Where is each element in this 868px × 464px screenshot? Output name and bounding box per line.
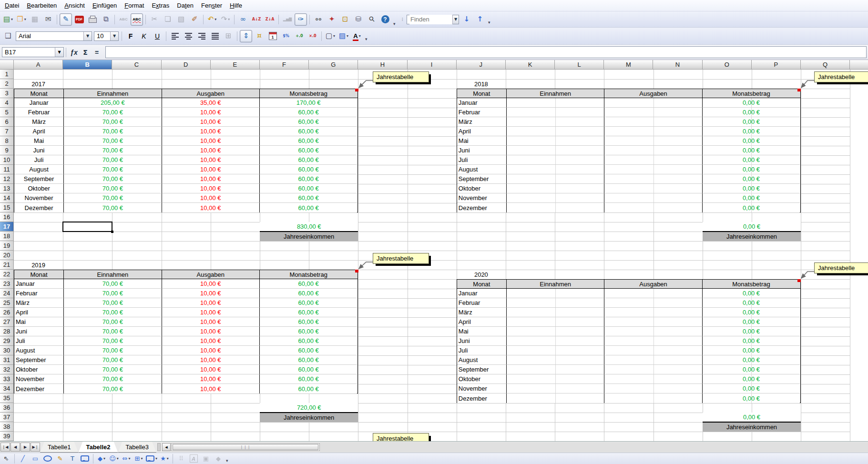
cell[interactable]: 10,00 € bbox=[162, 193, 259, 203]
cell[interactable]: 60,00 € bbox=[259, 193, 357, 203]
toolbar-options-icon[interactable]: ▾ bbox=[365, 37, 368, 42]
year-sum-2017[interactable]: 830,00 € bbox=[260, 222, 358, 232]
cell[interactable]: 0,00 € bbox=[702, 117, 800, 127]
cell[interactable] bbox=[506, 146, 604, 155]
cell[interactable]: 0,00 € bbox=[702, 98, 800, 108]
fill-handle[interactable] bbox=[111, 231, 113, 233]
delete-decimal-place-icon[interactable]: ×.0 bbox=[306, 30, 319, 42]
cell[interactable]: April bbox=[14, 308, 63, 317]
cell[interactable]: 70,00 € bbox=[63, 336, 161, 346]
row-header-38[interactable]: 38 bbox=[0, 422, 14, 432]
cell[interactable]: August bbox=[14, 165, 63, 174]
cell[interactable]: Januar bbox=[14, 279, 63, 289]
cell[interactable]: 60,00 € bbox=[259, 155, 357, 165]
cell[interactable]: 70,00 € bbox=[63, 327, 161, 336]
cell[interactable]: September bbox=[457, 174, 506, 184]
cell[interactable]: 0,00 € bbox=[702, 336, 800, 346]
row-header-3[interactable]: 3 bbox=[0, 89, 14, 98]
year-title-2020[interactable]: 2020 bbox=[457, 270, 506, 279]
font-color-icon[interactable]: A▾ bbox=[351, 30, 363, 42]
row-header-15[interactable]: 15 bbox=[0, 203, 14, 212]
row-header-10[interactable]: 10 bbox=[0, 155, 14, 165]
row-header-20[interactable]: 20 bbox=[0, 251, 14, 260]
column-header-cell[interactable]: Einnahmen bbox=[63, 270, 161, 279]
sum-icon[interactable]: Σ bbox=[80, 49, 91, 56]
column-header-cell[interactable]: Ausgaben bbox=[604, 89, 702, 98]
first-sheet-button[interactable]: ❘◀ bbox=[0, 443, 10, 452]
comment-callout[interactable]: Jahrestabelle bbox=[373, 433, 429, 441]
row-header-32[interactable]: 32 bbox=[0, 365, 14, 374]
sheet-tab-tabelle3[interactable]: Tabelle3 bbox=[118, 442, 156, 453]
cell[interactable]: 70,00 € bbox=[63, 308, 161, 317]
cell[interactable]: 10,00 € bbox=[162, 117, 259, 127]
cell[interactable]: Juni bbox=[457, 146, 506, 155]
row-header-27[interactable]: 27 bbox=[0, 317, 14, 327]
column-header-J[interactable]: J bbox=[457, 60, 506, 70]
cell[interactable]: 0,00 € bbox=[702, 308, 800, 317]
edit-mode-icon[interactable]: ✎ bbox=[60, 13, 72, 26]
cell[interactable]: 10,00 € bbox=[162, 279, 259, 289]
column-header-cell[interactable]: Ausgaben bbox=[604, 280, 702, 288]
cell[interactable]: 60,00 € bbox=[259, 365, 357, 374]
cell[interactable]: 10,00 € bbox=[162, 346, 259, 355]
row-header-33[interactable]: 33 bbox=[0, 374, 14, 384]
cell[interactable]: 35,00 € bbox=[162, 98, 259, 108]
gallery-icon[interactable]: ⊡ bbox=[339, 13, 351, 26]
chevron-down-icon[interactable]: ▾ bbox=[359, 34, 361, 38]
column-header-cell[interactable]: Einnahmen bbox=[506, 89, 604, 98]
row-header-28[interactable]: 28 bbox=[0, 327, 14, 336]
column-header-N[interactable]: N bbox=[653, 60, 702, 70]
data-sources-icon[interactable]: ⛁ bbox=[352, 13, 365, 26]
cell[interactable]: 10,00 € bbox=[162, 308, 259, 317]
cell[interactable]: August bbox=[14, 346, 63, 355]
cell[interactable] bbox=[604, 346, 702, 355]
menu-datei[interactable]: Datei bbox=[1, 1, 23, 10]
menu-daten[interactable]: Daten bbox=[173, 1, 197, 10]
cell[interactable] bbox=[506, 346, 604, 355]
column-header-C[interactable]: C bbox=[112, 60, 161, 70]
find-up-icon[interactable]: ↑ bbox=[474, 13, 486, 26]
comment-callout[interactable]: Jahrestabelle bbox=[814, 71, 868, 82]
previous-sheet-button[interactable]: ◀ bbox=[10, 443, 20, 452]
chevron-down-icon[interactable]: ▾ bbox=[155, 456, 157, 461]
column-header-D[interactable]: D bbox=[162, 60, 211, 70]
cell[interactable]: 10,00 € bbox=[162, 174, 259, 184]
cell[interactable]: 10,00 € bbox=[162, 374, 259, 384]
number-format-currency-icon[interactable]: ¤ bbox=[253, 30, 266, 42]
cell[interactable]: 70,00 € bbox=[63, 136, 161, 146]
cell[interactable] bbox=[506, 108, 604, 117]
cell[interactable]: November bbox=[14, 374, 63, 384]
cell[interactable]: Dezember bbox=[14, 203, 63, 212]
cell[interactable] bbox=[604, 193, 702, 203]
cell[interactable] bbox=[506, 336, 604, 346]
cell[interactable] bbox=[506, 136, 604, 146]
cell[interactable]: April bbox=[457, 127, 506, 136]
undo-icon[interactable]: ↶▾ bbox=[206, 13, 218, 26]
cell[interactable] bbox=[604, 317, 702, 327]
cell[interactable]: November bbox=[457, 193, 506, 203]
cell[interactable]: 60,00 € bbox=[259, 317, 357, 327]
cell[interactable]: 0,00 € bbox=[702, 108, 800, 117]
export-pdf-icon[interactable]: PDF bbox=[73, 13, 85, 26]
year-title-2018[interactable]: 2018 bbox=[457, 79, 506, 89]
cell[interactable] bbox=[604, 155, 702, 165]
cell[interactable]: 60,00 € bbox=[259, 298, 357, 308]
menu-format[interactable]: Format bbox=[121, 1, 148, 10]
cell[interactable] bbox=[604, 203, 702, 212]
cell[interactable]: 10,00 € bbox=[162, 384, 259, 393]
year-sum-label-2017[interactable]: Jahreseinkommen bbox=[260, 232, 358, 241]
cell[interactable]: 0,00 € bbox=[702, 193, 800, 203]
cell[interactable]: August bbox=[457, 355, 506, 365]
column-header-F[interactable]: F bbox=[260, 60, 309, 70]
cell[interactable] bbox=[604, 384, 702, 393]
row-header-1[interactable]: 1 bbox=[0, 70, 14, 79]
cell[interactable]: 10,00 € bbox=[162, 127, 259, 136]
cell[interactable]: Februar bbox=[457, 298, 506, 308]
column-header-partial[interactable] bbox=[850, 60, 868, 70]
cell[interactable]: Oktober bbox=[14, 184, 63, 193]
cell[interactable]: Juli bbox=[14, 155, 63, 165]
column-header-G[interactable]: G bbox=[309, 60, 358, 70]
ellipse-icon[interactable] bbox=[42, 454, 53, 464]
show-draw-functions-icon[interactable]: ✑ bbox=[295, 13, 307, 26]
column-header-cell[interactable]: Einnahmen bbox=[506, 280, 604, 288]
